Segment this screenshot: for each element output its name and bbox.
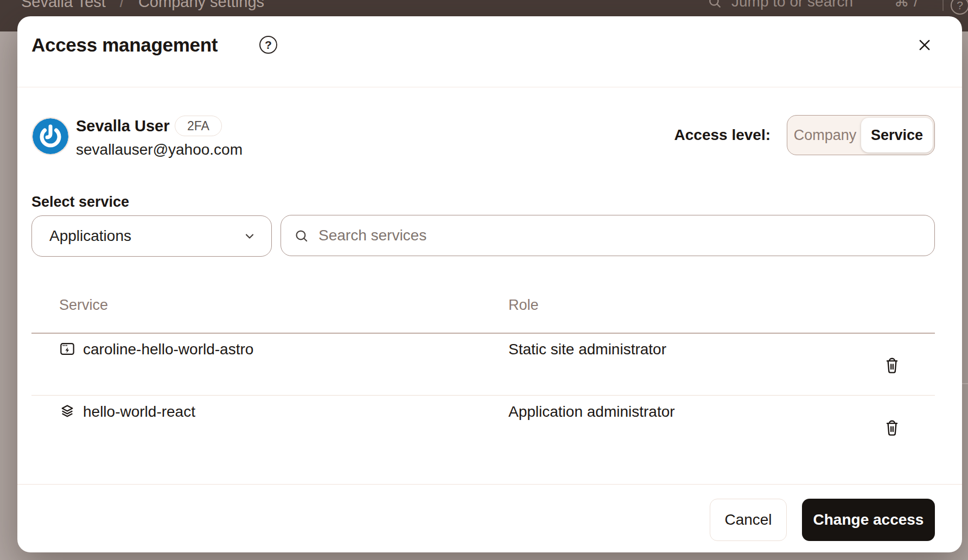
background-artifact	[962, 383, 968, 384]
layers-icon	[60, 404, 75, 419]
table-row-divider	[31, 395, 935, 396]
twofa-badge: 2FA	[175, 116, 222, 136]
cancel-button[interactable]: Cancel	[710, 499, 787, 541]
static-site-icon	[60, 341, 75, 357]
search-services-box	[281, 215, 935, 256]
access-level-row: Access level: Company Service	[674, 115, 935, 155]
service-name: hello-world-react	[83, 403, 195, 421]
avatar	[33, 118, 68, 154]
delete-service-button[interactable]	[883, 357, 901, 374]
trash-icon	[883, 357, 901, 374]
search-services-input[interactable]	[319, 227, 921, 244]
user-email: sevallauser@yahoo.com	[76, 141, 243, 158]
topbar-divider	[942, 0, 944, 11]
topbar-help-icon[interactable]: ?	[951, 0, 968, 15]
service-role: Application administrator	[508, 403, 675, 421]
delete-service-button[interactable]	[883, 419, 901, 437]
help-icon[interactable]: ?	[259, 36, 277, 54]
chevron-down-icon	[243, 230, 256, 243]
breadcrumb-page: Company settings	[138, 0, 264, 10]
breadcrumb: Sevalla Test/Company settings	[21, 0, 264, 11]
table-header-divider	[31, 333, 935, 334]
sevalla-logo-icon	[33, 118, 68, 154]
select-service-label: Select service	[31, 194, 129, 211]
shortcut-hint: ⌘ /	[894, 0, 918, 10]
service-role: Static site administrator	[508, 341, 666, 358]
access-level-label: Access level:	[674, 126, 770, 144]
service-type-dropdown[interactable]: Applications	[31, 215, 272, 257]
toggle-option-service[interactable]: Service	[861, 118, 933, 152]
user-name: Sevalla User	[76, 117, 170, 135]
dialog-title: Access management	[31, 34, 218, 56]
breadcrumb-separator: /	[120, 0, 124, 10]
global-search[interactable]: Jump to or search ⌘ /	[708, 0, 918, 10]
close-button[interactable]	[916, 36, 933, 54]
toggle-option-company[interactable]: Company	[789, 127, 861, 144]
global-search-placeholder: Jump to or search	[731, 0, 853, 10]
column-header-role: Role	[508, 297, 539, 314]
access-level-toggle: Company Service	[787, 115, 935, 155]
service-name: caroline-hello-world-astro	[83, 341, 253, 358]
breadcrumb-company[interactable]: Sevalla Test	[21, 0, 106, 10]
close-icon	[917, 37, 932, 53]
header-divider	[17, 87, 962, 87]
dropdown-value: Applications	[49, 227, 243, 245]
column-header-service: Service	[59, 297, 108, 314]
search-icon	[294, 228, 309, 243]
footer-divider	[17, 484, 962, 485]
trash-icon	[883, 419, 901, 437]
search-icon	[708, 0, 722, 9]
change-access-button[interactable]: Change access	[802, 499, 935, 541]
access-management-dialog: Access management ? Sevalla User 2FA sev…	[17, 16, 962, 552]
